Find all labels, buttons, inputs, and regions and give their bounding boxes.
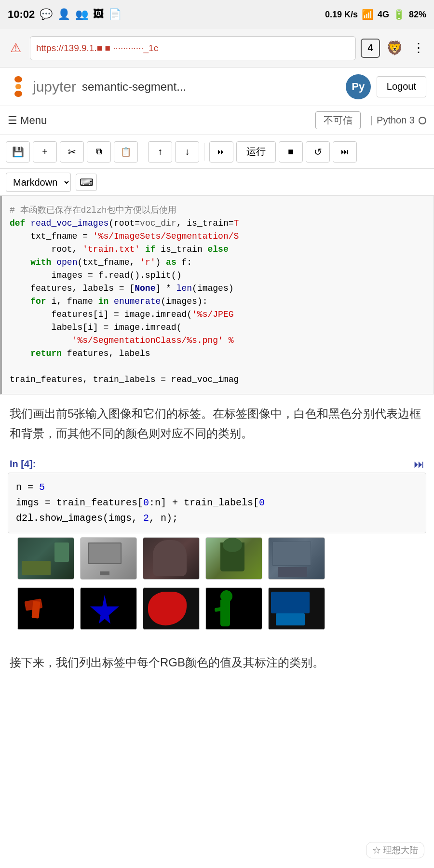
code-line-2: txt_fname = '%s/ImageSets/Segmentation/S: [10, 230, 426, 243]
avatar-icon: 👤: [57, 8, 70, 21]
code-line-8: features[i] = image.imread('%s/JPEG: [10, 308, 426, 321]
seg-image-1: [17, 587, 74, 630]
status-bar: 10:02 💬 👤 👥 🖼 📄 0.19 K/s 📶 4G 🔋 82%: [0, 0, 434, 29]
plus-icon: +: [42, 146, 48, 157]
run-label: 运行: [246, 145, 266, 158]
notification-icon: 💬: [40, 8, 53, 21]
restart-icon: ↺: [314, 146, 322, 158]
save-icon: 💾: [12, 146, 24, 158]
kernel-separator: |: [370, 115, 373, 126]
warning-icon: ⚠: [6, 39, 25, 58]
code-cell-2[interactable]: n = 5 imgs = train_features[0:n] + train…: [8, 473, 426, 533]
code-comment: # 本函数已保存在d2lzh包中方便以后使用: [10, 204, 426, 217]
logout-button[interactable]: Logout: [377, 76, 426, 97]
seg-image-5: [268, 587, 325, 630]
cut-button[interactable]: ✂: [60, 141, 84, 163]
stop-icon: ■: [288, 146, 294, 157]
paste-button[interactable]: 📋: [114, 141, 138, 163]
markdown-text-1: 我们画出前5张输入图像和它们的标签。在标签图像中，白色和黑色分别代表边框和背景，…: [10, 404, 424, 444]
code-line-7: for i, fname in enumerate(images):: [10, 295, 426, 308]
cut-icon: ✂: [68, 146, 76, 158]
jupyter-logo: jupyter: [8, 76, 76, 97]
paste-icon: 📋: [121, 147, 131, 157]
kernel-name: Python 3: [377, 115, 415, 126]
address-text: https://139.9.1.■ ■ ············_1c: [36, 43, 158, 54]
status-right: 0.19 K/s 📶 4G 🔋 82%: [325, 9, 426, 20]
run-button[interactable]: 运行: [236, 141, 276, 163]
battery-percent: 82%: [409, 10, 426, 20]
code-cell-1: # 本函数已保存在d2lzh包中方便以后使用 def read_voc_imag…: [0, 196, 434, 394]
save-button[interactable]: 💾: [6, 141, 30, 163]
fast-forward-icon: ⏭: [217, 148, 225, 156]
code-line-4: with open(txt_fname, 'r') as f:: [10, 256, 426, 269]
fast-forward-button[interactable]: ⏭: [209, 141, 233, 163]
add-cell-button[interactable]: +: [33, 141, 57, 163]
python-kernel-badge: Py: [346, 74, 371, 99]
move-down-button[interactable]: ↓: [175, 141, 199, 163]
time-display: 10:02: [8, 8, 35, 21]
cell-type-dropdown[interactable]: Markdown Code Raw: [6, 173, 71, 192]
cell-type-area: Markdown Code Raw ⌨: [0, 169, 434, 196]
brave-icon: 🦁: [385, 39, 404, 58]
kernel-status-circle: [419, 117, 426, 124]
skip-button[interactable]: ⏭: [333, 141, 357, 163]
image-row-1: [8, 533, 426, 583]
code-line-3: root, 'train.txt' if is_train else: [10, 243, 426, 256]
watermark-text: ☆ 理想大陆: [372, 845, 418, 855]
code2-line-1: n = 5: [16, 480, 418, 495]
network-speed: 0.19 K/s: [325, 10, 358, 20]
jupyter-wordmark: jupyter: [33, 79, 76, 95]
output-image-3: [143, 537, 200, 580]
seg-image-4: [205, 587, 262, 630]
in-label-text: In [4]:: [10, 459, 36, 470]
keyboard-shortcuts-button[interactable]: ⌨: [76, 174, 97, 191]
markdown-cell-2: 接下来，我们列出标签中每个RGB颜色的值及其标注的类别。: [0, 643, 434, 682]
up-arrow-icon: ↑: [158, 146, 163, 157]
restart-button[interactable]: ↺: [306, 141, 330, 163]
code-line-6: features, labels = [None] * len(images): [10, 282, 426, 295]
markdown-text-2: 接下来，我们列出标签中每个RGB颜色的值及其标注的类别。: [10, 653, 424, 673]
signal-icon: 4G: [378, 10, 389, 20]
file-icon: 📄: [108, 8, 122, 21]
code-line-10: '%s/SegmentationClass/%s.png' %: [10, 334, 426, 347]
code-line-11: return features, labels: [10, 347, 426, 360]
in-label-2: In [4]: ⏭: [0, 453, 434, 473]
output-image-2: [80, 537, 137, 580]
stop-button[interactable]: ■: [279, 141, 303, 163]
code2-line-2: imgs = train_features[0:n] + train_label…: [16, 495, 418, 511]
notebook-title: semantic-segment...: [82, 80, 340, 94]
keyboard-icon: ⌨: [80, 176, 94, 188]
seg-image-3: [143, 587, 200, 630]
watermark: ☆ 理想大陆: [366, 842, 424, 858]
tab-count[interactable]: 4: [361, 39, 380, 58]
address-bar[interactable]: https://139.9.1.■ ■ ············_1c: [30, 36, 356, 60]
image-row-2: [8, 583, 426, 634]
more-menu-icon[interactable]: ⋮: [409, 39, 428, 58]
toolbar: 💾 + ✂ ⧉ 📋 ↑ ↓ ⏭ 运行 ■ ↺ ⏭: [0, 135, 434, 169]
markdown-cell-1: 我们画出前5张输入图像和它们的标签。在标签图像中，白色和黑色分别代表边框和背景，…: [0, 394, 434, 453]
code2-line-3: d2l.show_images(imgs, 2, n);: [16, 511, 418, 526]
jupyter-header: jupyter semantic-segment... Py Logout: [0, 68, 434, 106]
run-cell-icon[interactable]: ⏭: [414, 458, 424, 471]
output-image-4: [205, 537, 262, 580]
copy-icon: ⧉: [96, 147, 102, 157]
jupyter-menu-bar: ☰ Menu 不可信 | Python 3: [0, 106, 434, 135]
copy-button[interactable]: ⧉: [87, 141, 111, 163]
down-arrow-icon: ↓: [185, 146, 190, 157]
toolbar-separator-1: [143, 143, 143, 161]
battery-icon: 🔋: [393, 9, 405, 20]
seg-image-2: [80, 587, 137, 630]
code-line-12: [10, 360, 426, 373]
avatar2-icon: 👥: [75, 8, 88, 21]
status-left: 10:02 💬 👤 👥 🖼 📄: [8, 8, 122, 21]
skip-icon: ⏭: [341, 148, 349, 156]
code-line-9: labels[i] = image.imread(: [10, 321, 426, 334]
output-area: [0, 533, 434, 634]
trust-badge: 不可信: [315, 111, 361, 129]
gallery-icon: 🖼: [93, 8, 104, 21]
code-line-13: train_features, train_labels = read_voc_…: [10, 373, 426, 386]
hamburger-menu-button[interactable]: ☰ Menu: [8, 114, 47, 127]
code-line-5: images = f.read().split(): [10, 269, 426, 282]
move-up-button[interactable]: ↑: [148, 141, 172, 163]
output-image-5: [268, 537, 325, 580]
